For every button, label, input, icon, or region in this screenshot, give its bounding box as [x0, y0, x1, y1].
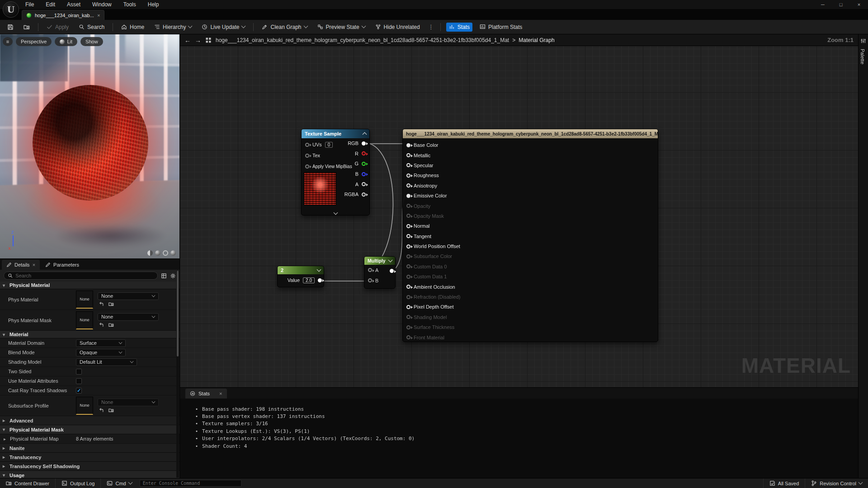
preview-shape-plane-icon[interactable]: [163, 250, 168, 256]
browse-to-asset-button[interactable]: [21, 23, 33, 32]
result-pin-world-position-offset[interactable]: World Position Offset: [403, 241, 658, 251]
content-drawer-button[interactable]: Content Drawer: [0, 479, 56, 488]
use-material-attributes-checkbox[interactable]: [76, 378, 82, 384]
section-nanite[interactable]: ▸ Nanite: [0, 444, 179, 453]
scalar-output-pin[interactable]: 2.0 Value: [278, 274, 324, 286]
shading-model-dropdown[interactable]: Default Lit: [76, 358, 137, 366]
viewport-menu-button[interactable]: ≡: [3, 37, 13, 46]
display-filter-grid-icon[interactable]: [161, 273, 167, 279]
result-pin-tangent[interactable]: Tangent: [403, 231, 658, 241]
browse-to-asset-icon[interactable]: [108, 408, 114, 413]
result-pin-roughness[interactable]: Roughness: [403, 170, 658, 180]
material-graph-canvas[interactable]: ← → hoge___1234_oiran_kabuki_red_theme_h…: [180, 34, 858, 478]
use-selected-icon[interactable]: [99, 301, 104, 307]
expand-icon[interactable]: [333, 211, 338, 215]
search-field[interactable]: [4, 272, 158, 280]
collapse-icon[interactable]: [363, 132, 367, 137]
preview-shape-cylinder-icon[interactable]: [147, 250, 153, 256]
result-pin-normal[interactable]: Normal: [403, 221, 658, 231]
multiply-node[interactable]: Multiply A B: [364, 256, 396, 289]
apply-button[interactable]: Apply: [44, 23, 71, 32]
revision-control-button[interactable]: Revision Control: [805, 479, 868, 488]
material-domain-dropdown[interactable]: Surface: [76, 339, 126, 347]
cast-ray-traced-shadows-checkbox[interactable]: ✓: [76, 388, 82, 394]
subsurface-profile-dropdown[interactable]: None: [98, 399, 159, 406]
console-command-field[interactable]: [140, 480, 241, 487]
platform-stats-button[interactable]: Platform Stats: [477, 23, 525, 32]
preview-shape-sphere-icon[interactable]: [155, 250, 160, 256]
minimize-button[interactable]: ─: [814, 2, 832, 7]
result-pin-base-color[interactable]: Base Color: [403, 140, 658, 150]
browse-to-asset-icon[interactable]: [108, 301, 114, 307]
menu-tools[interactable]: Tools: [123, 1, 136, 8]
lit-mode-button[interactable]: Lit: [55, 37, 77, 46]
menu-window[interactable]: Window: [92, 1, 112, 8]
live-update-button[interactable]: Live Update: [199, 23, 248, 32]
tab-parameters[interactable]: Parameters: [41, 260, 84, 270]
material-result-node[interactable]: hoge___1234_oiran_kabuki_red_theme_holog…: [402, 129, 658, 342]
phys-material-dropdown[interactable]: None: [98, 292, 159, 300]
chevron-down-icon[interactable]: [388, 258, 393, 262]
blend-mode-dropdown[interactable]: Opaque: [76, 349, 126, 357]
scalar-value-box[interactable]: 2.0: [303, 277, 315, 283]
close-icon[interactable]: ×: [33, 262, 35, 267]
output-log-button[interactable]: Output Log: [56, 479, 101, 488]
menu-asset[interactable]: Asset: [67, 1, 80, 8]
preview-custom-mesh-icon[interactable]: [170, 250, 176, 256]
settings-gear-icon[interactable]: [170, 273, 176, 279]
console-command-input[interactable]: [143, 481, 238, 486]
use-selected-icon[interactable]: [99, 408, 104, 413]
tab-details[interactable]: Details ×: [2, 260, 40, 270]
section-material[interactable]: ▾ Material: [0, 331, 179, 338]
multiply-input-b[interactable]: B: [364, 275, 395, 286]
result-pin-emissive-color[interactable]: Emissive Color: [403, 191, 658, 201]
breadcrumb-asset[interactable]: hoge___1234_oiran_kabuki_red_theme_holog…: [216, 37, 509, 43]
texture-sample-node[interactable]: Texture Sample UVs 0 Tex Apply View MipB…: [301, 129, 370, 216]
home-button[interactable]: Home: [118, 23, 147, 32]
output-pin-b[interactable]: B: [344, 169, 369, 179]
stats-tab[interactable]: Stats ×: [185, 389, 227, 399]
result-pin-metallic[interactable]: Metallic: [403, 150, 658, 160]
clean-graph-button[interactable]: Clean Graph: [259, 23, 310, 32]
output-pin-rgba[interactable]: RGBA: [344, 189, 369, 200]
more-options-kebab-icon[interactable]: ⋮: [427, 23, 435, 30]
stats-toggle-button[interactable]: Stats: [446, 23, 472, 32]
scrollbar-thumb[interactable]: [177, 271, 179, 357]
result-pin-specular[interactable]: Specular: [403, 160, 658, 170]
forward-arrow-icon[interactable]: →: [195, 37, 201, 44]
asset-tab[interactable]: hoge___1234_oiran_kab... ×: [22, 10, 104, 20]
asset-thumbnail[interactable]: None: [76, 397, 93, 415]
details-scrollbar[interactable]: [176, 271, 179, 478]
output-pin-a[interactable]: A: [344, 179, 369, 189]
perspective-button[interactable]: Perspective: [16, 37, 52, 46]
cmd-dropdown-button[interactable]: Cmd: [101, 479, 137, 488]
output-pin-g[interactable]: G: [344, 159, 369, 169]
scalar-parameter-node[interactable]: 2 2.0 Value: [277, 266, 324, 287]
two-sided-checkbox[interactable]: [76, 369, 82, 375]
asset-thumbnail[interactable]: None: [76, 291, 93, 309]
show-menu-button[interactable]: Show: [80, 37, 103, 46]
hide-unrelated-button[interactable]: Hide Unrelated: [373, 23, 423, 32]
asset-thumbnail[interactable]: None: [76, 311, 93, 329]
hierarchy-button[interactable]: Hierarchy: [151, 23, 194, 32]
use-selected-icon[interactable]: [99, 322, 104, 328]
section-usage[interactable]: ▾ Usage: [0, 471, 179, 478]
section-physical-material-mask[interactable]: ▾ Physical Material Mask: [0, 425, 179, 434]
browse-to-asset-icon[interactable]: [108, 322, 114, 328]
close-button[interactable]: ×: [850, 2, 868, 7]
physical-material-map-row[interactable]: ▸ Physical Material Map 8 Array elements: [0, 434, 179, 444]
back-arrow-icon[interactable]: ←: [184, 37, 191, 44]
menu-edit[interactable]: Edit: [46, 1, 55, 8]
section-advanced[interactable]: ▸ Advanced: [0, 416, 179, 425]
close-icon[interactable]: ×: [219, 391, 222, 396]
uvs-value-box[interactable]: 0: [325, 142, 333, 148]
menu-file[interactable]: File: [25, 1, 34, 8]
search-input[interactable]: [15, 273, 154, 278]
result-pin-pixel-depth-offset[interactable]: Pixel Depth Offset: [403, 302, 658, 312]
section-translucency[interactable]: ▸ Translucency: [0, 453, 179, 462]
multiply-output-pin[interactable]: [390, 269, 394, 273]
preview-viewport[interactable]: ≡ Perspective Lit Show Z X: [0, 34, 180, 258]
maximize-button[interactable]: □: [832, 2, 850, 7]
close-icon[interactable]: ×: [97, 13, 100, 18]
all-saved-button[interactable]: All Saved: [763, 479, 805, 488]
